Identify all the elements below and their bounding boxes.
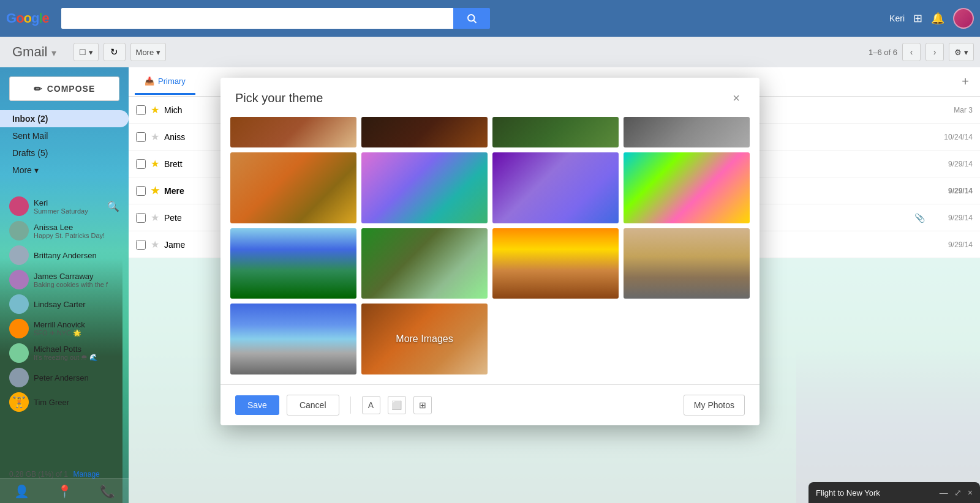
modal-header: Pick your theme ×	[221, 78, 760, 117]
modal-overlay: Pick your theme ×	[0, 0, 980, 503]
shape-theme-icon[interactable]: ⬜	[388, 396, 406, 414]
modal-body: More Images	[221, 117, 760, 385]
modal-title: Pick your theme	[235, 91, 323, 105]
theme-item-desert[interactable]	[624, 228, 750, 299]
modal-footer: Save Cancel A ⬜ ⊞ My Photos	[221, 384, 760, 425]
theme-item-bridge[interactable]	[492, 228, 619, 299]
my-photos-button[interactable]: My Photos	[684, 395, 745, 415]
chat-close-button[interactable]: ×	[968, 488, 973, 497]
theme-item-dots-bokeh[interactable]	[361, 152, 488, 223]
theme-item-forest[interactable]	[361, 228, 488, 299]
chat-minimize-button[interactable]: —	[940, 488, 948, 497]
theme-item-lake[interactable]	[230, 228, 356, 299]
more-images-label: More Images	[396, 333, 453, 345]
theme-item-wood[interactable]	[230, 117, 356, 147]
modal-close-button[interactable]: ×	[728, 90, 745, 107]
theme-item-dark-wood[interactable]	[361, 117, 488, 147]
theme-item-jellyfish[interactable]	[492, 152, 619, 223]
theme-item-city[interactable]	[230, 304, 356, 374]
theme-item-green[interactable]	[492, 117, 619, 147]
text-theme-icon[interactable]: A	[362, 396, 380, 414]
theme-item-autumn-leaves[interactable]	[230, 152, 356, 223]
divider	[350, 397, 351, 414]
theme-grid: More Images	[230, 152, 750, 375]
chat-popout-button[interactable]: ⤢	[954, 488, 962, 497]
cancel-button[interactable]: Cancel	[287, 395, 339, 415]
chat-bar-icons: — ⤢ ×	[940, 488, 973, 497]
grid-theme-icon[interactable]: ⊞	[413, 396, 432, 414]
chat-bar: Flight to New York — ⤢ ×	[809, 482, 980, 503]
theme-top-row	[230, 117, 750, 147]
theme-item-more-images[interactable]: More Images	[361, 304, 488, 374]
theme-item-iridescent[interactable]	[624, 152, 750, 223]
save-button[interactable]: Save	[235, 395, 279, 415]
theme-picker-modal: Pick your theme ×	[221, 78, 760, 426]
chat-bar-title: Flight to New York	[816, 488, 940, 497]
theme-item-metal[interactable]	[624, 117, 750, 147]
